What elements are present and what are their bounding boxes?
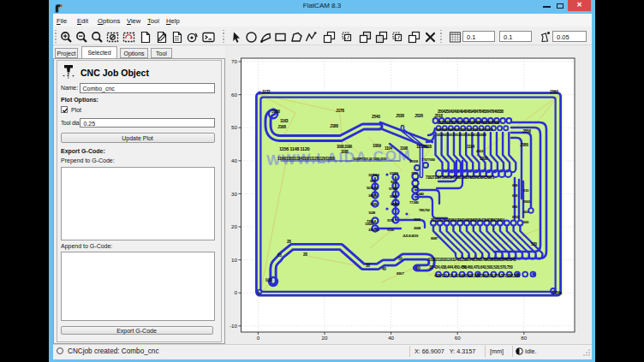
svg-text:J586: J586 [520, 142, 528, 147]
svg-text:2008: 2008 [414, 226, 421, 230]
svg-text:30: 30 [231, 191, 237, 197]
svg-text:JU1.8:2019: JU1.8:2019 [402, 234, 419, 238]
svg-text:J1918: J1918 [409, 159, 419, 163]
svg-text:77,240: 77,240 [409, 200, 419, 205]
svg-text:1029: 1029 [370, 202, 378, 206]
svg-text:40: 40 [388, 335, 394, 341]
svg-text:1088: 1088 [341, 150, 349, 154]
svg-text:1208: 1208 [480, 157, 488, 161]
svg-text:251184118678637819619648645619: 251184118678637819619648645619648568 [438, 121, 500, 125]
svg-text:511821181611611411218284858687: 5118211816116114112182848586878980818283… [428, 258, 516, 262]
svg-text:J528: J528 [414, 113, 423, 118]
svg-text:1156 1148 1120: 1156 1148 1120 [279, 146, 309, 151]
svg-text:60: 60 [231, 92, 237, 98]
svg-text:80: 80 [521, 335, 527, 341]
svg-text:1194: 1194 [467, 145, 475, 149]
svg-text:0: 0 [235, 289, 238, 295]
svg-text:-10: -10 [230, 323, 238, 329]
svg-text:1028: 1028 [368, 211, 376, 215]
svg-text:J538: J538 [396, 113, 404, 118]
svg-text:60: 60 [455, 335, 461, 341]
svg-text:2540: 2540 [372, 114, 380, 119]
svg-text:0,18: 0,18 [265, 278, 272, 282]
svg-text:J188: J188 [330, 123, 338, 128]
svg-text:20: 20 [322, 335, 328, 341]
svg-text:8087: 8087 [431, 236, 438, 240]
svg-text:520: 520 [531, 242, 538, 246]
svg-text:718271897106918471817180718871: 718271897106918471817180718871587156871 [426, 175, 495, 180]
svg-text:40: 40 [231, 157, 237, 163]
svg-text:J556: J556 [522, 128, 531, 134]
svg-text:4202: 4202 [476, 149, 484, 153]
svg-text:97948: 97948 [389, 187, 398, 191]
svg-text:119911183111841100111281129110: 11991118311184110011128112911088 [277, 157, 335, 161]
svg-text:250425042490494848948478483647: 250425042490494848948478483647846838 [438, 110, 504, 114]
svg-text:9110: 9110 [387, 218, 395, 223]
svg-text:1009: 1009 [373, 143, 381, 148]
svg-text:20: 20 [231, 223, 237, 229]
svg-text:125822381828313233232252362312: 125822381828313233232252362312822382 [436, 128, 493, 132]
svg-text:311831284184144104044064084141: 3118312841841441040440640841416408541841… [431, 218, 505, 223]
svg-text:830 7: 830 7 [397, 271, 405, 276]
svg-text:1104: 1104 [385, 146, 393, 151]
svg-text:34929: 34929 [368, 193, 378, 198]
svg-text:70: 70 [231, 58, 237, 64]
svg-text:428,422,416,410,408,400,396,39: 428,422,416,410,408,400,396,390,383,378,… [434, 274, 520, 278]
svg-text:J168: J168 [277, 124, 286, 129]
svg-text:32714,8: 32714,8 [368, 173, 379, 177]
svg-text:94949: 94949 [391, 202, 400, 206]
svg-text:1163: 1163 [280, 118, 289, 123]
svg-text:12020: 12020 [365, 222, 374, 226]
svg-text:38 434,438,444,450,456,460,470: 38 434,438,444,450,456,460,470,640,500,5… [429, 265, 513, 270]
svg-text:6703: 6703 [512, 215, 520, 219]
svg-text:J186: J186 [271, 109, 280, 114]
svg-text:2003: 2003 [414, 217, 421, 222]
svg-text:50103,4: 50103,4 [367, 186, 378, 190]
svg-text:61019: 61019 [390, 171, 399, 175]
svg-text:9120: 9120 [387, 228, 395, 232]
svg-text:1218218: 1218218 [416, 144, 432, 149]
svg-text:J178: J178 [336, 108, 344, 113]
svg-text:32019,8: 32019,8 [368, 228, 379, 232]
svg-text:789,792: 789,792 [419, 208, 430, 212]
svg-text:10: 10 [231, 257, 237, 263]
svg-text:7317: 7317 [411, 171, 419, 175]
svg-text:1198: 1198 [400, 146, 408, 151]
svg-text:50: 50 [231, 124, 237, 130]
svg-text:125225311813181381371363241252: 1252253118131813813713632412522382 [436, 133, 487, 137]
svg-text:2,640: 2,640 [416, 192, 425, 196]
svg-text:1022R1191,92 1059,1193: 1022R1191,92 1059,1193 [353, 157, 387, 161]
svg-text:1560: 1560 [550, 89, 558, 94]
svg-text:1456a: 1456a [552, 291, 563, 295]
svg-text:954.2: 954.2 [390, 194, 398, 199]
svg-text:1090,1090: 1090,1090 [337, 145, 353, 149]
svg-text:5903: 5903 [523, 199, 531, 204]
svg-text:0: 0 [257, 335, 260, 341]
svg-text:9213: 9213 [391, 180, 398, 184]
svg-text:1172: 1172 [262, 89, 271, 94]
svg-text:77077093: 77077093 [421, 157, 436, 162]
